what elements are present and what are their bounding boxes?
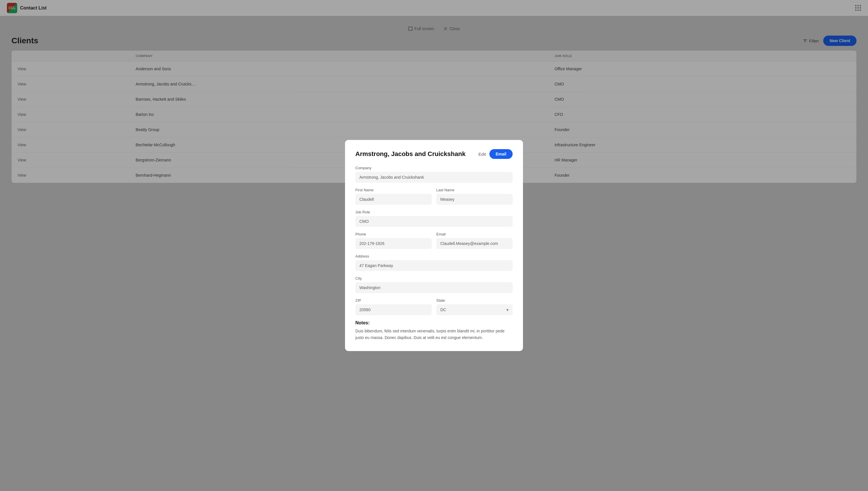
zip-state-row: ZIP State DC CA NY TX	[355, 298, 513, 315]
email-button[interactable]: Email	[489, 149, 513, 159]
company-label: Company	[355, 166, 513, 170]
phone-email-row: Phone Email	[355, 232, 513, 249]
zip-input[interactable]	[355, 304, 432, 315]
city-field-group: City	[355, 276, 513, 293]
phone-input[interactable]	[355, 238, 432, 249]
last-name-input[interactable]	[436, 194, 513, 205]
email-input[interactable]	[436, 238, 513, 249]
modal-header: Armstrong, Jacobs and Cruickshank Edit E…	[355, 149, 513, 159]
zip-field-group: ZIP	[355, 298, 432, 315]
job-role-field-group: Job Role	[355, 210, 513, 227]
notes-section: Notes: Duis bibendum, felis sed interdum…	[355, 320, 513, 341]
modal-header-actions: Edit Email	[479, 149, 513, 159]
zip-label: ZIP	[355, 298, 432, 302]
job-role-label: Job Role	[355, 210, 513, 214]
state-field-group: State DC CA NY TX	[436, 298, 513, 315]
modal-title: Armstrong, Jacobs and Cruickshank	[355, 150, 466, 158]
job-role-input[interactable]	[355, 216, 513, 227]
last-name-label: Last Name	[436, 188, 513, 192]
company-input[interactable]	[355, 172, 513, 183]
phone-label: Phone	[355, 232, 432, 236]
state-select-wrap: DC CA NY TX	[436, 304, 513, 315]
first-name-input[interactable]	[355, 194, 432, 205]
state-label: State	[436, 298, 513, 302]
modal-overlay[interactable]: Armstrong, Jacobs and Cruickshank Edit E…	[0, 0, 868, 491]
address-label: Address	[355, 254, 513, 258]
address-input[interactable]	[355, 260, 513, 271]
state-select[interactable]: DC CA NY TX	[436, 304, 513, 315]
city-input[interactable]	[355, 282, 513, 293]
company-field-group: Company	[355, 166, 513, 183]
last-name-field-group: Last Name	[436, 188, 513, 205]
phone-field-group: Phone	[355, 232, 432, 249]
email-field-group: Email	[436, 232, 513, 249]
email-label: Email	[436, 232, 513, 236]
contact-modal: Armstrong, Jacobs and Cruickshank Edit E…	[345, 140, 523, 351]
edit-button[interactable]: Edit	[479, 152, 486, 156]
address-field-group: Address	[355, 254, 513, 271]
name-row: First Name Last Name	[355, 188, 513, 205]
notes-label: Notes:	[355, 320, 513, 325]
first-name-label: First Name	[355, 188, 432, 192]
first-name-field-group: First Name	[355, 188, 432, 205]
city-label: City	[355, 276, 513, 281]
notes-text: Duis bibendum, felis sed interdum venena…	[355, 328, 513, 341]
